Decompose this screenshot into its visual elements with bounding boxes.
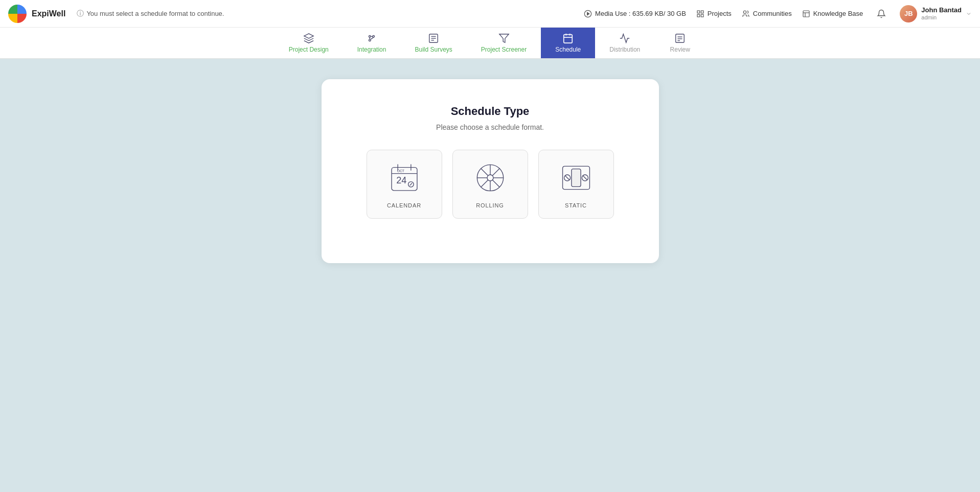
svg-text:OCT: OCT [397,169,404,172]
rolling-option-icon [473,160,508,195]
knowledge-base-nav-item[interactable]: Knowledge Base [802,10,863,18]
svg-point-10 [369,36,371,38]
svg-line-15 [371,37,374,39]
user-info: John Bantad admin [921,6,962,21]
static-option[interactable]: STATIC [538,150,614,219]
calendar-option[interactable]: OCT 24 CALENDAR [367,150,442,219]
user-role: admin [921,14,962,21]
top-header: ExpiWell ⓘ You must select a schedule fo… [0,0,980,28]
notification-bell[interactable] [873,6,890,22]
logo-icon [8,5,27,23]
svg-rect-3 [701,11,703,13]
rolling-option-label: ROLLING [476,202,504,208]
svg-rect-7 [803,11,809,17]
svg-point-11 [373,36,375,38]
info-icon: ⓘ [77,9,84,18]
static-option-label: STATIC [565,202,587,208]
svg-rect-5 [701,14,703,17]
tab-navbar: Project Design Integration Build Surveys… [0,28,980,59]
tab-integration[interactable]: Integration [343,28,401,58]
static-option-icon [559,160,594,195]
tab-distribution[interactable]: Distribution [595,28,654,58]
svg-rect-48 [571,169,580,186]
tab-project-design-label: Project Design [289,46,329,53]
main-content: Schedule Type Please choose a schedule f… [0,59,980,284]
svg-marker-1 [587,12,589,15]
svg-line-52 [583,175,587,180]
svg-rect-21 [564,35,573,43]
media-use-item: Media Use : 635.69 KB/ 30 GB [584,10,686,18]
card-subtitle: Please choose a schedule format. [352,123,628,131]
tab-distribution-label: Distribution [609,46,640,53]
svg-line-45 [492,169,499,175]
svg-point-6 [743,11,746,13]
warning-message: ⓘ You must select a schedule format to c… [77,9,224,18]
tab-project-screener[interactable]: Project Screener [467,28,541,58]
svg-rect-4 [697,14,700,17]
svg-marker-20 [499,34,508,43]
brand-section: ExpiWell ⓘ You must select a schedule fo… [8,5,224,23]
user-name: John Bantad [921,6,962,14]
tab-review[interactable]: Review [654,28,705,58]
svg-line-46 [481,180,488,186]
header-right-section: Media Use : 635.69 KB/ 30 GB Projects Co… [584,5,972,22]
warning-text: You must select a schedule format to con… [86,10,224,17]
calendar-option-label: CALENDAR [387,202,421,208]
tab-build-surveys-label: Build Surveys [415,46,452,53]
schedule-options-container: OCT 24 CALENDAR [352,150,628,219]
tab-build-surveys[interactable]: Build Surveys [400,28,466,58]
rolling-option[interactable]: ROLLING [452,150,528,219]
knowledge-base-label: Knowledge Base [813,10,863,17]
tab-schedule[interactable]: Schedule [541,28,595,58]
brand-name: ExpiWell [32,9,65,18]
svg-line-50 [565,175,569,180]
svg-point-12 [369,39,371,41]
tab-project-design[interactable]: Project Design [275,28,343,58]
svg-line-43 [481,169,488,175]
tab-review-label: Review [670,46,690,53]
communities-nav-item[interactable]: Communities [742,10,792,18]
svg-rect-2 [697,11,700,13]
schedule-type-card: Schedule Type Please choose a schedule f… [322,79,659,263]
projects-label: Projects [708,10,732,17]
svg-point-38 [487,174,493,180]
user-menu[interactable]: JB John Bantad admin [900,5,972,22]
svg-line-44 [492,180,499,186]
avatar: JB [900,5,917,22]
communities-label: Communities [753,10,792,17]
svg-text:24: 24 [396,175,406,185]
chevron-down-icon [966,11,972,17]
calendar-option-icon: OCT 24 [387,160,422,195]
tab-integration-label: Integration [357,46,386,53]
card-title: Schedule Type [352,105,628,118]
tab-project-screener-label: Project Screener [481,46,527,53]
media-use-label: Media Use : 635.69 KB/ 30 GB [595,10,686,17]
tab-schedule-label: Schedule [555,46,581,53]
svg-rect-25 [676,34,685,43]
projects-nav-item[interactable]: Projects [696,10,732,18]
